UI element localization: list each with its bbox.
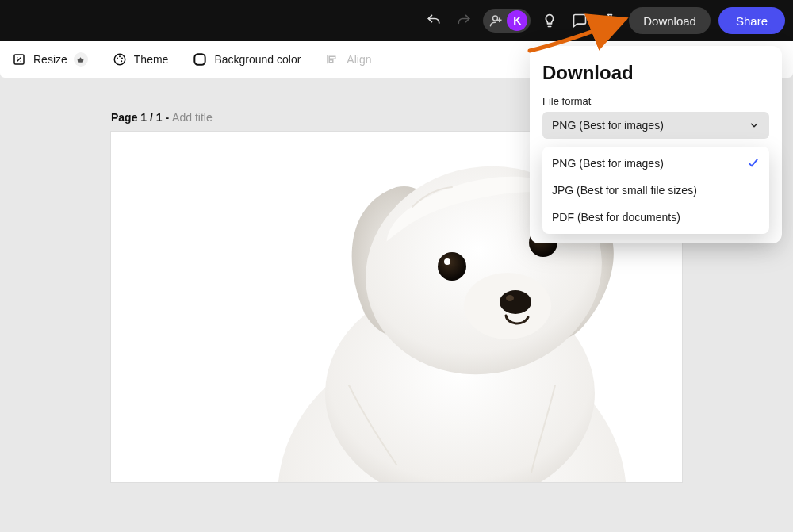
avatar: K bbox=[507, 10, 527, 31]
svg-point-4 bbox=[119, 55, 121, 57]
svg-point-15 bbox=[506, 295, 514, 301]
download-button[interactable]: Download bbox=[629, 7, 711, 34]
option-label: PDF (Best for documents) bbox=[552, 211, 680, 224]
download-heading: Download bbox=[542, 62, 769, 84]
file-format-options: PNG (Best for images) JPG (Best for smal… bbox=[542, 147, 769, 234]
page-sep: / bbox=[147, 111, 156, 124]
redo-icon[interactable] bbox=[453, 10, 475, 32]
check-icon bbox=[747, 157, 760, 170]
file-format-selected: PNG (Best for images) bbox=[552, 119, 664, 132]
file-format-label: File format bbox=[542, 95, 769, 107]
page-current: 1 bbox=[140, 111, 147, 124]
svg-rect-7 bbox=[195, 54, 205, 64]
download-button-label: Download bbox=[643, 14, 696, 28]
align-label: Align bbox=[347, 53, 371, 66]
resize-label: Resize bbox=[33, 53, 67, 66]
share-button-label: Share bbox=[736, 14, 768, 28]
lightbulb-icon[interactable] bbox=[538, 10, 561, 32]
undo-icon[interactable] bbox=[423, 10, 445, 32]
theme-label: Theme bbox=[134, 53, 169, 66]
page-total: 1 bbox=[156, 111, 163, 124]
resize-icon bbox=[11, 52, 27, 67]
svg-point-5 bbox=[121, 58, 123, 59]
background-color-tool[interactable]: Background color bbox=[192, 52, 301, 67]
avatar-initial: K bbox=[513, 14, 521, 27]
page-indicator: Page 1 / 1 - Add title bbox=[111, 111, 213, 124]
add-user-icon bbox=[488, 12, 505, 29]
file-format-option-jpg[interactable]: JPG (Best for small file sizes) bbox=[542, 177, 769, 204]
svg-rect-8 bbox=[330, 56, 336, 59]
collaborators-button[interactable]: K bbox=[483, 9, 531, 33]
bgcolor-icon bbox=[192, 52, 208, 67]
align-icon bbox=[324, 52, 340, 67]
comment-icon[interactable] bbox=[569, 10, 591, 32]
beaker-icon[interactable] bbox=[599, 10, 621, 32]
svg-point-6 bbox=[121, 60, 122, 62]
svg-point-3 bbox=[117, 58, 118, 59]
bgcolor-label: Background color bbox=[214, 53, 301, 66]
theme-tool[interactable]: Theme bbox=[112, 52, 169, 67]
page-prefix: Page bbox=[111, 111, 140, 124]
resize-tool[interactable]: Resize bbox=[11, 52, 88, 67]
page-title-input[interactable]: Add title bbox=[172, 111, 213, 124]
svg-point-17 bbox=[444, 258, 450, 265]
download-popover: Download File format PNG (Best for image… bbox=[530, 46, 782, 243]
file-format-select[interactable]: PNG (Best for images) bbox=[542, 112, 769, 139]
svg-point-0 bbox=[493, 16, 498, 21]
svg-point-16 bbox=[438, 252, 466, 281]
palette-icon bbox=[112, 52, 128, 67]
file-format-option-pdf[interactable]: PDF (Best for documents) bbox=[542, 204, 769, 231]
file-format-option-png[interactable]: PNG (Best for images) bbox=[542, 150, 769, 177]
option-label: PNG (Best for images) bbox=[552, 157, 664, 170]
svg-point-14 bbox=[500, 290, 531, 314]
share-button[interactable]: Share bbox=[718, 7, 785, 34]
premium-crown-icon bbox=[74, 52, 88, 67]
align-tool: Align bbox=[324, 52, 371, 67]
app-topbar: K Download Share bbox=[0, 0, 793, 41]
chevron-down-icon bbox=[749, 120, 760, 131]
svg-rect-9 bbox=[330, 60, 334, 63]
option-label: JPG (Best for small file sizes) bbox=[552, 184, 697, 197]
page-dash: - bbox=[163, 111, 172, 124]
